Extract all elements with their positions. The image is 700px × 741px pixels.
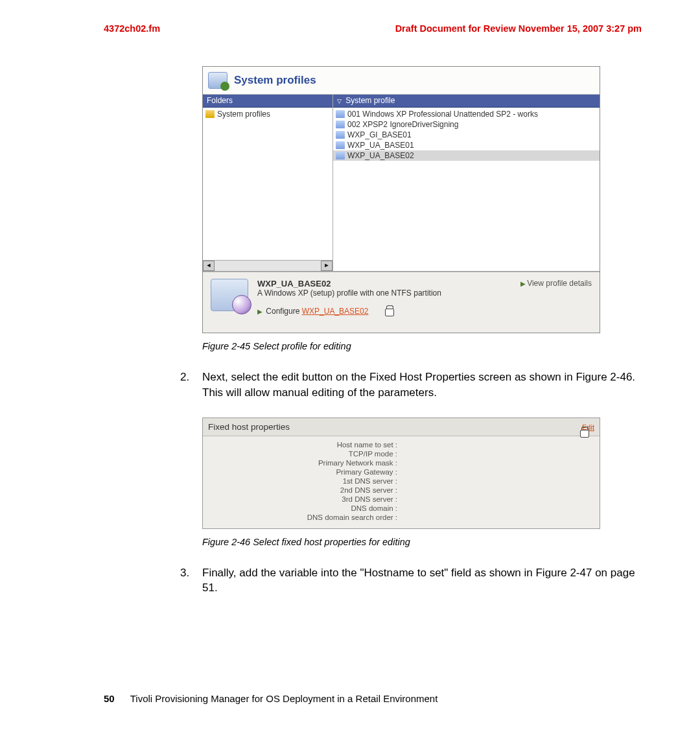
page-footer: 50 Tivoli Provisioning Manager for OS De… <box>104 693 642 704</box>
property-row: 2nd DNS server : <box>203 486 600 495</box>
property-row: 3rd DNS server : <box>203 495 600 504</box>
property-row: Host name to set : <box>203 440 600 449</box>
triangle-icon: ▶ <box>257 308 262 315</box>
header-draft: Draft Document for Review November 15, 2… <box>395 23 642 34</box>
profile-item[interactable]: 002 XPSP2 IgnoreDriverSigning <box>333 119 600 130</box>
system-profiles-title: System profiles <box>234 74 316 87</box>
cursor-icon <box>579 427 589 438</box>
profile-item[interactable]: 001 Windows XP Professional Unattended S… <box>333 109 600 119</box>
figure-2-46: Fixed host properties Edit Host name to … <box>202 418 600 529</box>
property-row: TCP/IP mode : <box>203 449 600 458</box>
system-profile-header: ▽ System profile <box>333 95 600 108</box>
system-profiles-titlebar: System profiles <box>203 67 600 95</box>
profile-icon <box>336 141 345 149</box>
profile-thumbnail-icon <box>211 279 248 311</box>
folder-icon <box>205 110 215 118</box>
property-row: DNS domain : <box>203 504 600 513</box>
system-profile-icon <box>208 72 228 89</box>
profile-desc: A Windows XP (setup) profile with one NT… <box>257 288 511 298</box>
figure-2-45: System profiles Folders System profiles … <box>202 66 600 333</box>
figure-2-46-caption: Figure 2-46 Select fixed host properties… <box>202 537 642 547</box>
step-3: 3. Finally, add the variable into the "H… <box>180 565 642 596</box>
profile-item[interactable]: WXP_UA_BASE01 <box>333 140 600 150</box>
folders-scrollbar[interactable]: ◄ ► <box>203 260 332 271</box>
folders-pane: System profiles <box>203 108 332 260</box>
figure-2-45-caption: Figure 2-45 Select profile for editing <box>202 341 642 351</box>
property-row: 1st DNS server : <box>203 476 600 486</box>
step-2: 2. Next, select the edit button on the F… <box>180 370 642 401</box>
scroll-right-icon[interactable]: ► <box>321 261 332 271</box>
profile-details-pane: WXP_UA_BASE02 A Windows XP (setup) profi… <box>203 272 600 333</box>
configure-label: Configure <box>266 307 301 316</box>
property-row: Primary Gateway : <box>203 467 600 476</box>
profile-item[interactable]: WXP_UA_BASE02 <box>333 150 600 161</box>
cursor-icon <box>384 305 394 316</box>
property-row: DNS domain search order : <box>203 513 600 522</box>
fixed-host-properties-list: Host name to set :TCP/IP mode :Primary N… <box>203 436 600 528</box>
profile-icon <box>336 121 345 128</box>
view-profile-details-link[interactable]: ▶View profile details <box>520 279 592 316</box>
folders-header: Folders <box>203 95 332 108</box>
scroll-left-icon[interactable]: ◄ <box>203 261 215 271</box>
folder-item[interactable]: System profiles <box>203 109 332 119</box>
fixed-host-title: Fixed host properties <box>208 422 290 432</box>
configure-link[interactable]: WXP_UA_BASE02 <box>302 307 369 316</box>
page-number: 50 <box>104 693 115 704</box>
profiles-pane: 001 Windows XP Professional Unattended S… <box>333 108 600 271</box>
triangle-icon: ▶ <box>520 280 526 287</box>
book-title: Tivoli Provisioning Manager for OS Deplo… <box>130 693 438 704</box>
property-row: Primary Network mask : <box>203 458 600 467</box>
dropdown-arrow-icon: ▽ <box>337 98 342 104</box>
profile-item[interactable]: WXP_GI_BASE01 <box>333 130 600 140</box>
profile-name: WXP_UA_BASE02 <box>257 279 511 288</box>
header-file: 4372ch02.fm <box>104 23 160 34</box>
profile-icon <box>336 110 345 118</box>
profile-icon <box>336 152 345 159</box>
profile-icon <box>336 131 345 139</box>
